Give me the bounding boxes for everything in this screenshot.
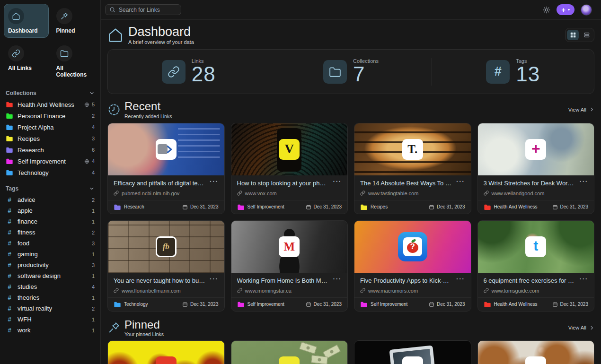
more-options-button[interactable]: ···	[210, 180, 219, 184]
tag-item-software-design[interactable]: #software design1	[0, 270, 100, 281]
link-collection[interactable]: Self Improvement	[247, 302, 284, 307]
link-title[interactable]: 3 Wrist Stretches for Desk Workers to D.…	[484, 180, 576, 187]
pinned-view-all-link[interactable]: View All	[568, 325, 594, 330]
link-card[interactable]: ? Five Productivity Apps to Kick-Start t…	[354, 220, 471, 312]
sidebar-item-label: All Links	[8, 65, 45, 71]
collection-item-personal-finance[interactable]: Personal Finance 2	[0, 110, 100, 121]
sidebar-item-all-links[interactable]: All Links	[4, 41, 49, 82]
link-collection[interactable]: Self Improvement	[247, 204, 284, 209]
link-preview-image[interactable]: t	[478, 221, 594, 273]
folder-icon	[360, 203, 368, 211]
link-url[interactable]: www.morningstar.ca	[237, 288, 342, 294]
link-preview-image[interactable]: +	[478, 123, 594, 175]
link-card[interactable]: M Working From Home Is Both More and L..…	[231, 220, 348, 312]
link-icon	[484, 191, 489, 196]
tag-item-gaming[interactable]: #gaming1	[0, 249, 100, 260]
link-preview-image[interactable]: T.	[354, 123, 471, 175]
avatar[interactable]	[581, 4, 592, 16]
link-collection[interactable]: Research	[124, 204, 144, 209]
more-options-button[interactable]: ···	[333, 180, 342, 184]
link-preview-image[interactable]	[231, 341, 348, 364]
tag-item-food[interactable]: #food3	[0, 238, 100, 249]
tag-item-advice[interactable]: #advice2	[0, 194, 100, 205]
theme-toggle-sun-icon[interactable]	[543, 6, 550, 14]
collection-item-technology[interactable]: Technology 4	[0, 167, 100, 178]
link-card[interactable]: Efficacy and pitfalls of digital technol…	[107, 123, 225, 214]
link-title[interactable]: The 14 Absolute Best Ways To Elevate Fr.…	[360, 180, 452, 187]
recent-view-all-link[interactable]: View All	[568, 107, 594, 113]
link-url[interactable]: www.tomsguide.com	[484, 288, 589, 294]
tag-item-apple[interactable]: #apple1	[0, 205, 100, 216]
link-collection[interactable]: Recipes	[371, 204, 388, 209]
link-card[interactable]: fb You are never taught how to build qua…	[107, 220, 225, 312]
link-preview-image[interactable]	[108, 341, 224, 364]
link-card[interactable]	[107, 340, 225, 364]
tag-item-work[interactable]: #work1	[0, 325, 100, 336]
link-collection[interactable]: Technology	[124, 302, 148, 307]
more-options-button[interactable]: ···	[210, 277, 219, 282]
link-title[interactable]: Five Productivity Apps to Kick-Start the…	[360, 277, 452, 284]
more-options-button[interactable]: ···	[456, 277, 465, 282]
link-preview-image[interactable]: fb	[108, 221, 224, 273]
link-title[interactable]: 6 equipment free exercises for sculpting…	[484, 277, 576, 284]
sidebar-item-pinned[interactable]: Pinned	[52, 4, 97, 38]
link-preview-image[interactable]: V	[231, 123, 348, 175]
link-url[interactable]: pubmed.ncbi.nlm.nih.gov	[114, 191, 219, 196]
tag-item-finance[interactable]: #finance1	[0, 216, 100, 227]
link-url[interactable]: www.tastingtable.com	[360, 191, 465, 196]
collection-item-research[interactable]: Research 6	[0, 144, 100, 156]
grid-view-button[interactable]	[567, 30, 579, 40]
link-card[interactable]: + 3 Wrist Stretches for Desk Workers to …	[477, 123, 595, 214]
link-card[interactable]	[354, 340, 471, 364]
sidebar-item-all-collections[interactable]: All Collections	[52, 41, 97, 82]
more-options-button[interactable]: ···	[580, 180, 589, 184]
link-preview-image[interactable]	[108, 123, 224, 175]
tag-item-studies[interactable]: #studies4	[0, 281, 100, 292]
link-preview-image[interactable]: ?	[354, 221, 471, 273]
link-card[interactable]: T. The 14 Absolute Best Ways To Elevate …	[354, 123, 471, 214]
tag-item-fitness[interactable]: #fitness2	[0, 227, 100, 238]
search-bar[interactable]	[105, 4, 181, 15]
new-item-button[interactable]: + ▾	[557, 4, 574, 15]
tag-item-theories[interactable]: #theories1	[0, 292, 100, 303]
collection-item-self-improvement[interactable]: Self Improvement 4	[0, 156, 100, 167]
link-card[interactable]	[231, 340, 348, 364]
link-preview-image[interactable]: M	[231, 221, 348, 273]
search-input[interactable]	[119, 7, 177, 13]
link-title[interactable]: Efficacy and pitfalls of digital technol…	[114, 180, 206, 187]
link-card[interactable]: t 6 equipment free exercises for sculpti…	[477, 220, 595, 312]
link-date: Dec 31, 2023	[182, 302, 219, 307]
link-collection[interactable]: Health And Wellness	[494, 204, 538, 209]
more-options-button[interactable]: ···	[333, 277, 342, 282]
link-icon	[484, 288, 489, 293]
tag-item-virtual-reality[interactable]: #virtual reality2	[0, 303, 100, 314]
chevron-down-icon[interactable]	[89, 90, 95, 96]
link-title[interactable]: Working From Home Is Both More and L...	[237, 277, 329, 284]
link-collection[interactable]: Health And Wellness	[494, 302, 538, 307]
collection-item-health-and-wellness[interactable]: Health And Wellness 5	[0, 99, 100, 110]
link-title[interactable]: How to stop looking at your phone – Vox	[237, 180, 329, 187]
link-date-text: Dec 31, 2023	[437, 204, 465, 209]
chevron-down-icon[interactable]	[89, 186, 95, 191]
link-url[interactable]: www.vox.com	[237, 191, 342, 196]
tag-item-productivity[interactable]: #productivity3	[0, 260, 100, 270]
link-url[interactable]: www.wellandgood.com	[484, 191, 589, 196]
link-collection[interactable]: Self Improvement	[371, 302, 407, 307]
link-preview-image[interactable]	[354, 341, 471, 364]
link-url[interactable]: www.florianbellmann.com	[114, 288, 219, 294]
tag-count: 2	[92, 230, 95, 235]
link-title[interactable]: You are never taught how to build qualit…	[114, 277, 206, 284]
collection-item-recipes[interactable]: Recipes 3	[0, 133, 100, 144]
home-icon	[107, 27, 124, 43]
tag-item-wfh[interactable]: #WFH1	[0, 314, 100, 325]
sidebar-item-dashboard[interactable]: Dashboard	[4, 4, 49, 38]
link-url[interactable]: www.macrumors.com	[360, 288, 465, 294]
link-preview-image[interactable]	[478, 341, 594, 364]
more-options-button[interactable]: ···	[456, 180, 465, 184]
collection-item-project-alpha[interactable]: Project Alpha 4	[0, 121, 100, 133]
list-view-button[interactable]	[581, 30, 592, 40]
link-card[interactable]: V How to stop looking at your phone – Vo…	[231, 123, 348, 214]
tomsguide-logo: t	[525, 236, 546, 257]
link-card[interactable]	[477, 340, 595, 364]
more-options-button[interactable]: ···	[580, 277, 589, 282]
